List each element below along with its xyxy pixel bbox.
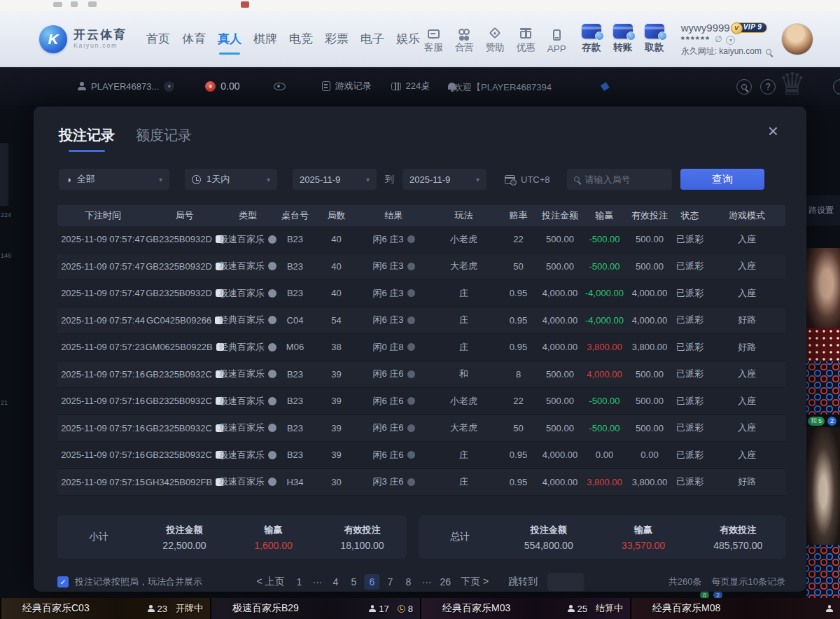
category-select[interactable]: ◑ 全部 ▾ [59, 169, 169, 190]
tab-quota-records[interactable]: 额度记录 [136, 126, 192, 152]
cell-text: 极速百家乐 [219, 368, 265, 380]
quick-action-优惠[interactable]: 优惠 [517, 25, 536, 54]
query-button[interactable]: 查询 [680, 169, 764, 190]
cell-text: 极速百家乐 [219, 449, 265, 461]
cell-text: 闲6 庄6 [372, 422, 403, 434]
timer-value: 8 [408, 604, 413, 614]
nav-item-首页[interactable]: 首页 [145, 27, 172, 51]
brand-logo[interactable]: K 开云体育 Kaiyun.com [39, 25, 127, 53]
checkbox-checked[interactable]: ✓ [57, 576, 69, 587]
cell-time: 2025-11-09 07:57:16 [57, 450, 148, 460]
category-value: 全部 [77, 173, 95, 186]
next-page-button[interactable]: 下页 > [456, 574, 493, 590]
result-detail-icon[interactable] [407, 397, 415, 405]
period-select[interactable]: 1天内 ▾ [185, 169, 277, 190]
cell-table: B23 [275, 261, 315, 272]
welcome-marquee: 欢迎【PLAYER4687394 [454, 81, 552, 94]
page-5[interactable]: 5 [346, 574, 361, 590]
cell-odds: 0.95 [498, 477, 539, 487]
wallet-action-取款[interactable]: 取款 [645, 24, 664, 54]
live-table-经典百家乐M08[interactable]: 经典百家乐M08 [630, 598, 840, 619]
tables-button[interactable]: 224桌 [391, 80, 430, 92]
search-icon[interactable] [766, 49, 771, 55]
quick-action-赞助[interactable]: 赞助 [486, 25, 505, 54]
page-ellipsis[interactable]: ··· [419, 574, 434, 590]
jump-page-input[interactable] [547, 573, 584, 591]
search-button[interactable] [736, 79, 752, 95]
quick-action-合营[interactable]: 合营 [455, 25, 474, 54]
page-7[interactable]: 7 [382, 574, 398, 590]
nav-item-彩票[interactable]: 彩票 [323, 27, 350, 51]
cell-text: -4,000.00 [585, 288, 624, 298]
live-table-极速百家乐B29[interactable]: 极速百家乐B29178 [210, 598, 420, 619]
player-menu[interactable]: PLAYER46873... ▾ [77, 81, 174, 92]
cell-mode: 入座 [708, 287, 785, 300]
wallet-action-存款[interactable]: 存款 [582, 24, 601, 54]
result-detail-icon[interactable] [407, 289, 415, 297]
result-detail-icon[interactable] [407, 478, 415, 486]
result-detail-icon[interactable] [407, 370, 415, 378]
avatar[interactable] [781, 23, 813, 55]
cell-text: B23 [287, 369, 303, 380]
road-settings-panel: 路设置 [806, 195, 840, 225]
chevron-down-icon: ▾ [164, 81, 174, 92]
calendar-icon [505, 175, 515, 184]
close-icon[interactable]: × [768, 122, 778, 140]
cell-text: 入座 [738, 395, 756, 408]
cell-time: 2025-11-09 07:57:23 [57, 342, 148, 352]
page-8[interactable]: 8 [400, 574, 416, 590]
date-to-select[interactable]: 2025-11-9 ▾ [402, 169, 486, 190]
tab-bet-records[interactable]: 投注记录 [59, 126, 115, 152]
nav-item-体育[interactable]: 体育 [181, 27, 207, 51]
category-icon: ◑ [66, 175, 71, 184]
cell-text: 3,800.00 [587, 477, 622, 487]
game-record-button[interactable]: 游戏记录 [322, 80, 372, 92]
balance-display[interactable]: ¥ 0.00 [205, 81, 239, 92]
cell-text: 40 [331, 234, 341, 244]
page-26[interactable]: 26 [437, 574, 454, 590]
prev-page-button[interactable]: < 上页 [252, 574, 288, 590]
cell-bet: 500.00 [539, 234, 581, 244]
page-4[interactable]: 4 [328, 574, 343, 590]
cell-result: 闲6 庄6 [358, 449, 430, 461]
page-ellipsis[interactable]: ··· [309, 574, 325, 590]
eye-off-icon[interactable]: ∅ [715, 35, 722, 45]
nav-item-真人[interactable]: 真人 [216, 27, 243, 51]
quick-action-客服[interactable]: 客服 [424, 25, 443, 54]
cell-text: 40 [331, 288, 341, 298]
nav-item-电子[interactable]: 电子 [359, 27, 386, 51]
page-6[interactable]: 6 [364, 574, 379, 590]
result-detail-icon[interactable] [407, 424, 415, 432]
result-detail-icon[interactable] [407, 343, 415, 351]
user-block[interactable]: wywy9999 VIP 9 ****** ∅ ▾ 永久网址: kaiyun.c… [681, 22, 771, 57]
toggle-balance[interactable] [274, 83, 286, 90]
cell-text: 38 [331, 342, 341, 352]
result-detail-icon[interactable] [407, 263, 415, 270]
cell-text: 入座 [738, 368, 756, 380]
cell-text: -500.00 [589, 234, 620, 244]
cell-text: 50 [513, 423, 523, 433]
result-detail-icon[interactable] [407, 317, 415, 324]
result-detail-icon[interactable] [407, 451, 415, 459]
edge-button[interactable] [833, 79, 840, 95]
live-table-经典百家乐C03[interactable]: 经典百家乐C0323开牌中 [0, 598, 210, 619]
chevron-down-icon[interactable]: ▾ [726, 36, 735, 45]
help-button[interactable]: ? [760, 79, 776, 95]
cell-result: 闲6 庄3 [358, 260, 430, 272]
cell-win: -500.00 [581, 423, 628, 433]
live-table-经典百家乐M03[interactable]: 经典百家乐M0325结算中 [420, 598, 630, 619]
merge-toggle[interactable]: ✓ 投注记录按照局，玩法合并展示 [57, 576, 202, 588]
wallet-action-转账[interactable]: 转账 [613, 24, 633, 54]
cell-text: 22 [513, 234, 523, 244]
nav-item-电竞[interactable]: 电竞 [288, 27, 314, 51]
date-from-select[interactable]: 2025-11-9 ▾ [293, 169, 377, 190]
result-detail-icon[interactable] [407, 235, 415, 243]
page-1[interactable]: 1 [291, 574, 307, 590]
chevron-down-icon: ▾ [267, 176, 270, 183]
nav-item-娱乐[interactable]: 娱乐 [395, 27, 421, 51]
cell-play: 庄 [430, 449, 498, 461]
round-search-input[interactable] [585, 174, 665, 185]
quick-action-APP[interactable]: APP [547, 27, 566, 54]
cell-text: 0.95 [510, 450, 527, 460]
nav-item-棋牌[interactable]: 棋牌 [252, 27, 279, 51]
